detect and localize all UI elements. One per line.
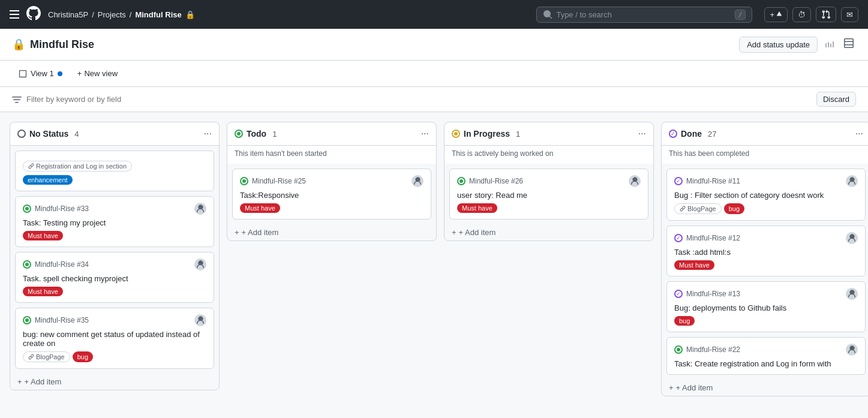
tag-musthave-ns2: Must have: [23, 231, 63, 240]
card-ns-3-tags: Must have: [23, 287, 206, 296]
discard-button[interactable]: Discard: [816, 92, 856, 107]
card-ns-4-avatar: [194, 314, 206, 326]
pr-button[interactable]: [816, 7, 836, 22]
column-no-status-header: No Status 4 ···: [10, 122, 219, 146]
column-in-progress: In Progress 1 ··· This is actively being…: [444, 122, 654, 241]
tag-musthave-todo1: Must have: [240, 203, 280, 213]
tag-musthave-d2: Must have: [674, 260, 714, 270]
card-done-1-ref: Mindful-Rise #11: [686, 177, 740, 185]
card-done-1: ✓ Mindful-Rise #11 Bug : Filter section …: [666, 169, 866, 221]
project-board: No Status 4 ··· Registration and Log in …: [0, 112, 868, 410]
inprogress-title: In Progress: [464, 129, 510, 139]
todo-icon-ns3: [23, 260, 31, 269]
todo-body: Mindful-Rise #25 Task:Responsive Must ha…: [227, 164, 436, 224]
done-menu-button[interactable]: ···: [855, 128, 863, 139]
done-title: Done: [681, 129, 702, 139]
card-ns-3-left: Mindful-Rise #34: [23, 260, 89, 269]
card-ip-1-left: Mindful-Rise #26: [457, 177, 523, 185]
global-search-bar[interactable]: /: [536, 7, 752, 23]
card-ns-3-title: Task. spell checking myproject: [23, 274, 206, 283]
tab-active-dot: [58, 71, 62, 76]
card-done-4-ref: Mindful-Rise #22: [686, 345, 740, 354]
card-ns-1-top-tags: Registration and Log in section: [23, 161, 206, 172]
todo-menu-button[interactable]: ···: [421, 128, 429, 139]
filter-input[interactable]: [26, 95, 812, 104]
inprogress-menu-button[interactable]: ···: [638, 128, 646, 139]
card-ns-2: Mindful-Rise #33 Task: Testing my projec…: [15, 196, 214, 247]
no-status-menu-button[interactable]: ···: [204, 128, 212, 139]
card-ns-2-meta: Mindful-Rise #33: [23, 203, 206, 215]
timer-button[interactable]: ⏱: [792, 7, 811, 22]
card-ns-4: Mindful-Rise #35 bug: new comment get st…: [15, 308, 214, 369]
card-ns-1-link-tag: Registration and Log in section: [23, 161, 132, 172]
card-done-4-left: Mindful-Rise #22: [674, 345, 740, 354]
column-todo-header: Todo 1 ···: [227, 122, 436, 146]
card-done-4-meta: Mindful-Rise #22: [674, 344, 858, 356]
chart-icon-button[interactable]: [822, 36, 837, 53]
todo-icon-ip1: [457, 177, 465, 185]
card-todo-1-left: Mindful-Rise #25: [240, 177, 306, 185]
hamburger-menu[interactable]: [10, 10, 19, 19]
card-done-2-title: Task :add html:s: [674, 248, 858, 257]
card-todo-1-avatar: [412, 175, 424, 187]
card-ns-2-title: Task: Testing my project: [23, 218, 206, 227]
tab-view1[interactable]: View 1: [12, 64, 69, 83]
add-status-button[interactable]: Add status update: [739, 37, 818, 53]
card-done-2: ✓ Mindful-Rise #12 Task :add html:s Must…: [666, 225, 866, 276]
todo-icon-todo1: [240, 177, 248, 185]
tag-blogpage-ns4: BlogPage: [23, 351, 70, 362]
new-view-label: New view: [84, 69, 118, 78]
card-done-2-avatar: [846, 232, 858, 244]
card-done-2-tags: Must have: [674, 260, 858, 270]
done-icon-d2: ✓: [674, 234, 683, 242]
tag-blogpage-d1: BlogPage: [674, 203, 722, 214]
github-logo[interactable]: [26, 6, 41, 23]
search-input[interactable]: [556, 10, 731, 19]
table-icon-button[interactable]: [842, 36, 856, 53]
card-done-3-tags: bug: [674, 316, 858, 326]
top-navigation: Christina5P / Projects / Mindful Rise 🔒 …: [0, 0, 868, 29]
card-done-3-ref: Mindful-Rise #13: [686, 290, 740, 298]
card-done-1-meta: ✓ Mindful-Rise #11: [674, 175, 858, 187]
new-view-button[interactable]: + New view: [71, 65, 124, 82]
add-item-no-status[interactable]: + + Add item: [10, 374, 219, 390]
filter-bar: Discard: [0, 87, 868, 112]
inbox-button[interactable]: ✉: [841, 7, 858, 22]
card-ip-1-meta: Mindful-Rise #26: [457, 175, 641, 187]
done-description: This has been completed: [662, 146, 868, 164]
column-done: ✓ Done 27 ··· This has been completed ✓ …: [661, 122, 868, 396]
filter-icon: [12, 95, 22, 104]
breadcrumb-user[interactable]: Christina5P: [48, 10, 88, 19]
card-done-1-avatar: [846, 175, 858, 187]
create-button[interactable]: +: [764, 7, 788, 22]
card-done-3-left: ✓ Mindful-Rise #13: [674, 290, 740, 298]
tag-musthave-ns3: Must have: [23, 287, 63, 296]
inprogress-description: This is actively being worked on: [444, 146, 653, 164]
column-in-progress-header: In Progress 1 ···: [444, 122, 653, 146]
card-ns-4-ref: Mindful-Rise #35: [35, 316, 89, 324]
breadcrumb-projects[interactable]: Projects: [98, 10, 126, 19]
todo-icon-ns2: [23, 205, 31, 213]
add-item-done[interactable]: + + Add item: [662, 380, 868, 396]
card-ip-1-ref: Mindful-Rise #26: [469, 177, 523, 185]
card-todo-1-tags: Must have: [240, 203, 424, 213]
add-item-todo[interactable]: + + Add item: [227, 224, 436, 240]
card-ns-1: Registration and Log in section enhancem…: [15, 151, 214, 191]
add-item-inprogress[interactable]: + + Add item: [444, 224, 653, 240]
card-done-4: Mindful-Rise #22 Task: Create registrati…: [666, 337, 866, 375]
header-right: Add status update: [739, 36, 856, 53]
card-todo-1: Mindful-Rise #25 Task:Responsive Must ha…: [232, 169, 431, 219]
card-done-3-title: Bug: deployments to Github fails: [674, 303, 858, 312]
card-todo-1-title: Task:Responsive: [240, 191, 424, 200]
done-col-icon: ✓: [669, 130, 677, 138]
no-status-title: No Status: [29, 129, 68, 139]
card-done-1-title: Bug : Filter section of category doesnt …: [674, 191, 858, 200]
card-ns-4-meta: Mindful-Rise #35: [23, 314, 206, 326]
card-todo-1-ref: Mindful-Rise #25: [252, 177, 306, 185]
card-ns-3: Mindful-Rise #34 Task. spell checking my…: [15, 252, 214, 303]
done-count: 27: [708, 130, 716, 139]
top-nav-actions: + ⏱ ✉: [764, 7, 858, 22]
breadcrumb-sep2: /: [130, 10, 132, 19]
card-ip-1: Mindful-Rise #26 user story: Read me Mus…: [449, 169, 648, 219]
breadcrumb: Christina5P / Projects / Mindful Rise 🔒: [48, 10, 195, 19]
